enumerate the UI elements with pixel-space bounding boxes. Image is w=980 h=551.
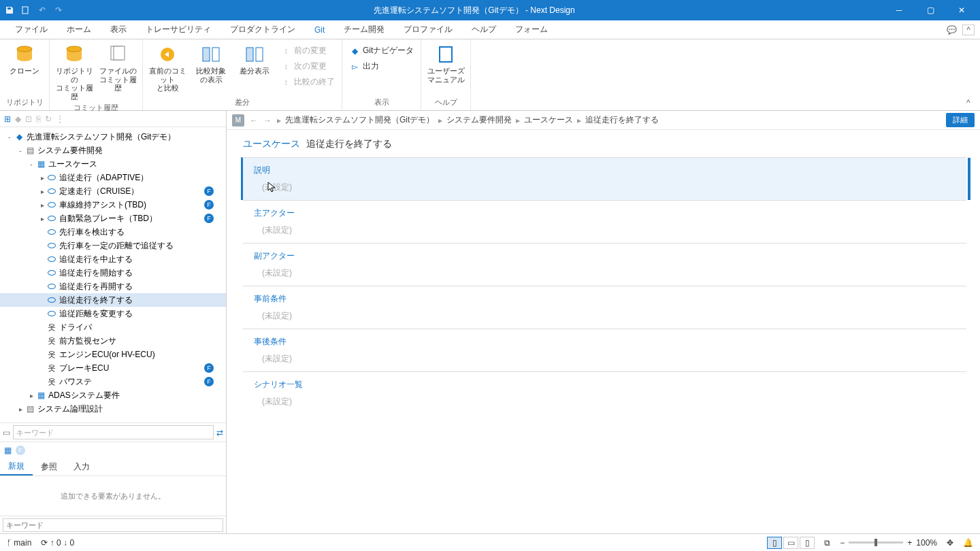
tree-node[interactable]: 追従距離を変更する bbox=[0, 307, 226, 320]
ribbon-button[interactable]: 差分表示 bbox=[234, 42, 275, 76]
tree-search-row: ▭ ⇄ bbox=[0, 422, 226, 441]
window-buttons: ─ ▢ ✕ bbox=[883, 0, 977, 20]
form-section[interactable]: 事後条件(未設定) bbox=[243, 329, 966, 371]
feedback-icon[interactable]: 💬 bbox=[947, 25, 957, 35]
nav-forward-icon[interactable]: → bbox=[263, 116, 272, 125]
breadcrumb-item[interactable]: 追従走行を終了する bbox=[585, 114, 659, 126]
ribbon-small-button[interactable]: ▻出力 bbox=[346, 59, 416, 73]
ribbon-collapse-icon[interactable]: ^ bbox=[966, 98, 977, 109]
addpanel-tab[interactable]: 参照 bbox=[33, 458, 65, 475]
svg-rect-10 bbox=[212, 48, 219, 61]
model-tree[interactable]: -◆先進運転システムソフト開発（Gitデモ）-▤システム要件開発-▦ユースケース… bbox=[0, 127, 226, 422]
view-btn-1[interactable]: ▯ bbox=[767, 537, 782, 549]
svg-rect-7 bbox=[114, 46, 125, 60]
menu-tab[interactable]: チーム開発 bbox=[334, 20, 394, 39]
tree-node[interactable]: 옷ブレーキECUF bbox=[0, 361, 226, 375]
form-section[interactable]: 事前条件(未設定) bbox=[243, 286, 966, 329]
breadcrumb-item[interactable]: 先進運転システムソフト開発（Gitデモ） bbox=[285, 114, 434, 126]
form-section[interactable]: シナリオ一覧(未設定) bbox=[243, 371, 966, 414]
save-icon[interactable] bbox=[3, 3, 16, 17]
tree-node[interactable]: -◆先進運転システムソフト開発（Gitデモ） bbox=[0, 130, 226, 144]
menu-bar: ファイルホーム表示トレーサビリティプロダクトラインGitチーム開発プロファイルヘ… bbox=[0, 20, 980, 39]
redo-icon[interactable]: ↷ bbox=[52, 3, 65, 17]
tree-node[interactable]: 先行車を一定の距離で追従する bbox=[0, 239, 226, 252]
form-section[interactable]: 説明(未設定) bbox=[241, 157, 966, 200]
tree-node[interactable]: 옷エンジンECU(or HV-ECU) bbox=[0, 348, 226, 361]
tree-node[interactable]: ▸▦ADASシステム要件 bbox=[0, 388, 226, 402]
view-btn-2[interactable]: ▭ bbox=[783, 537, 798, 549]
menu-tab[interactable]: フォーム bbox=[506, 20, 557, 39]
breadcrumb-item[interactable]: ユースケース bbox=[524, 114, 573, 126]
menu-tab[interactable]: ホーム bbox=[57, 20, 101, 39]
tree-node[interactable]: 追従走行を開始する bbox=[0, 266, 226, 280]
link-icon[interactable]: ⧉ bbox=[824, 538, 830, 548]
menu-tab[interactable]: プロダクトライン bbox=[220, 20, 305, 39]
collapse-ribbon-icon[interactable]: ^ bbox=[962, 24, 975, 35]
notification-icon[interactable]: 🔔 bbox=[963, 538, 973, 548]
new-icon[interactable] bbox=[19, 3, 33, 17]
menu-tab[interactable]: プロファイル bbox=[394, 20, 462, 39]
add-panel-search[interactable] bbox=[3, 518, 223, 532]
tool-icon[interactable]: ⎘ bbox=[36, 114, 41, 124]
tree-node[interactable]: 옷パワステF bbox=[0, 375, 226, 388]
tree-node[interactable]: 옷ドライバ bbox=[0, 320, 226, 334]
tree-node[interactable]: -▤システム要件開発 bbox=[0, 144, 226, 157]
search-input[interactable] bbox=[13, 425, 214, 439]
tree-node[interactable]: 옷前方監視センサ bbox=[0, 334, 226, 348]
menu-tab[interactable]: ファイル bbox=[5, 20, 57, 39]
zoom-out-icon[interactable]: − bbox=[840, 538, 845, 548]
form-section[interactable]: 副アクター(未設定) bbox=[243, 243, 966, 286]
tree-node[interactable]: -▦ユースケース bbox=[0, 157, 226, 171]
tree-node[interactable]: 先行車を検出する bbox=[0, 225, 226, 239]
tree-node[interactable]: 追従走行を再開する bbox=[0, 280, 226, 293]
menu-tab[interactable]: ヘルプ bbox=[462, 20, 506, 39]
branch-indicator[interactable]: ᚶ main bbox=[7, 538, 31, 548]
addpanel-tab[interactable]: 入力 bbox=[65, 458, 98, 475]
add-panel: ▦ F 新規参照入力 追加できる要素がありません。 bbox=[0, 441, 226, 533]
form-section[interactable]: 主アクター(未設定) bbox=[243, 200, 966, 243]
ribbon-small-button: ↕比較の終了 bbox=[278, 75, 338, 89]
zoom-control[interactable]: − + 100% bbox=[840, 538, 937, 548]
breadcrumb-item[interactable]: システム要件開発 bbox=[446, 114, 512, 126]
zoom-slider[interactable] bbox=[849, 541, 903, 544]
menu-tab[interactable]: Git bbox=[305, 20, 334, 39]
menu-tab[interactable]: トレーサビリティ bbox=[136, 20, 220, 39]
ribbon-small-button[interactable]: ◆Gitナビゲータ bbox=[346, 44, 416, 58]
undo-icon[interactable]: ↶ bbox=[35, 3, 49, 17]
svg-rect-0 bbox=[7, 7, 11, 10]
sync-indicator[interactable]: ⟳ ↑ 0 ↓ 0 bbox=[41, 538, 74, 548]
ribbon-button[interactable]: 比較対象の表示 bbox=[191, 42, 231, 84]
nav-back-icon[interactable]: ← bbox=[250, 116, 258, 125]
tool-icon[interactable]: ⋮ bbox=[56, 114, 64, 124]
ribbon-button[interactable]: ファイルのコミット履歴 bbox=[97, 42, 138, 93]
relation-icon[interactable]: ▦ bbox=[4, 446, 12, 455]
ribbon-button[interactable]: 直前のコミットと比較 bbox=[147, 42, 188, 93]
minimize-button[interactable]: ─ bbox=[883, 0, 915, 20]
search-mode-icon[interactable]: ▭ bbox=[3, 428, 10, 437]
ribbon: クローンリポジトリリポジトリのコミット履歴ファイルのコミット履歴コミット履歴直前… bbox=[0, 39, 980, 111]
tree-node[interactable]: ▸車線維持アシスト(TBD)F bbox=[0, 198, 226, 212]
move-icon[interactable]: ✥ bbox=[947, 538, 953, 548]
addpanel-tab[interactable]: 新規 bbox=[0, 458, 33, 475]
maximize-button[interactable]: ▢ bbox=[915, 0, 946, 20]
tool-icon[interactable]: ⊡ bbox=[25, 114, 32, 124]
tree-node[interactable]: ▸定速走行（CRUISE）F bbox=[0, 184, 226, 198]
tree-node[interactable]: ▸▤システム論理設計 bbox=[0, 402, 226, 416]
ribbon-button[interactable]: クローン bbox=[4, 42, 45, 76]
zoom-in-icon[interactable]: + bbox=[907, 538, 912, 548]
tree-view-icon[interactable]: ⊞ bbox=[4, 114, 11, 124]
tool-icon[interactable]: ◆ bbox=[15, 114, 21, 124]
tree-node[interactable]: ▸自動緊急ブレーキ（TBD）F bbox=[0, 212, 226, 225]
tree-node[interactable]: ▸追従走行（ADAPTIVE） bbox=[0, 171, 226, 184]
detail-button[interactable]: 詳細 bbox=[946, 113, 975, 127]
close-button[interactable]: ✕ bbox=[946, 0, 977, 20]
badge-f-icon[interactable]: F bbox=[16, 446, 25, 455]
tree-node[interactable]: 追従走行を終了する bbox=[0, 293, 226, 307]
ribbon-button[interactable]: ユーザーズマニュアル bbox=[425, 42, 466, 84]
tool-icon[interactable]: ↻ bbox=[45, 114, 52, 124]
view-btn-3[interactable]: ▯ bbox=[800, 537, 815, 549]
ribbon-button[interactable]: リポジトリのコミット履歴 bbox=[54, 42, 95, 101]
menu-tab[interactable]: 表示 bbox=[101, 20, 136, 39]
tree-node[interactable]: 追従走行を中止する bbox=[0, 252, 226, 266]
filter-icon[interactable]: ⇄ bbox=[216, 428, 223, 437]
